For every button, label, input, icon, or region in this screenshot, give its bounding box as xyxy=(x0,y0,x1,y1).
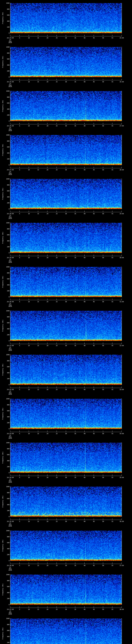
x-tick-label: 10 xyxy=(28,433,30,434)
y-tick-label: 200 xyxy=(3,26,10,28)
y-tick-label: 1000 xyxy=(3,90,10,92)
x-tick-label: 35 xyxy=(74,169,76,170)
y-axis-title: Frequency (Hz) xyxy=(2,628,4,640)
spectrogram-panel: Frequency (Hz) 02004006008001000 5101520… xyxy=(0,440,132,484)
x-tick-label: 30 xyxy=(65,81,67,82)
x-start-time-label: 20:35:00 xyxy=(7,521,14,522)
date-line: 2016 xyxy=(8,174,12,175)
y-tick-label: 0 xyxy=(3,516,10,518)
x-tick-label: 25 xyxy=(56,257,58,258)
x-tick-label: 45 xyxy=(93,609,94,610)
x-tick-label: 10 xyxy=(28,389,30,390)
x-tick-label: 15 xyxy=(37,169,39,170)
y-tick-label: 600 xyxy=(3,498,10,499)
x-tick-label: 50 xyxy=(102,389,104,390)
y-tick-label: 800 xyxy=(3,536,10,538)
x-tick-label: 35 xyxy=(74,301,76,302)
date-line: 2016 xyxy=(8,394,12,395)
x-end-time-label: 35:00 xyxy=(120,477,124,478)
y-axis-title: Frequency (Hz) xyxy=(2,452,4,464)
y-tick-label: 200 xyxy=(3,158,10,160)
x-start-time-label: 20:26:00 xyxy=(7,125,14,126)
x-tick-label: 25 xyxy=(56,609,58,610)
spectrogram-panel: Frequency (Hz) 02004006008001000 5101520… xyxy=(0,176,132,220)
x-date-label: 23Aug2016 xyxy=(8,478,12,483)
x-tick-label: 55 xyxy=(112,37,113,39)
y-tick-label: 600 xyxy=(3,322,10,324)
x-tick-label: 55 xyxy=(112,125,113,126)
y-tick-label: 800 xyxy=(3,404,10,406)
x-tick-label: 5 xyxy=(19,37,20,39)
y-axis-title: Frequency (Hz) xyxy=(2,584,4,596)
spectrogram-panel: Frequency (Hz) 02004006008001000 5101520… xyxy=(0,308,132,352)
date-line: 2016 xyxy=(8,613,12,615)
x-tick-label: 15 xyxy=(37,521,39,522)
y-axis-title: Frequency (Hz) xyxy=(2,12,4,24)
x-tick-label: 5 xyxy=(19,213,20,214)
x-tick-label: 35 xyxy=(74,345,76,346)
x-start-time-label: 20:30:00 xyxy=(7,301,14,302)
x-tick-label: 55 xyxy=(112,477,113,478)
x-tick-label: 50 xyxy=(102,125,104,126)
x-tick-label: 25 xyxy=(56,213,58,214)
y-tick-label: 600 xyxy=(3,586,10,587)
spectrogram-panel: Frequency (Hz) 02004006008001000 5101520… xyxy=(0,352,132,396)
x-date-label: 23Aug2016 xyxy=(8,303,12,307)
x-date-label: 23Aug2016 xyxy=(8,127,12,131)
x-tick-label: 35 xyxy=(74,125,76,126)
y-tick-label: 1000 xyxy=(3,222,10,224)
date-line: 2016 xyxy=(8,130,12,131)
x-tick-label: 10 xyxy=(28,125,30,126)
x-end-time-label: 27:00 xyxy=(120,125,124,126)
x-tick-label: 40 xyxy=(84,125,85,126)
y-tick-label: 0 xyxy=(3,296,10,298)
y-axis-title: Frequency (Hz) xyxy=(2,56,4,68)
y-tick-label: 200 xyxy=(3,642,10,643)
y-tick-label: 800 xyxy=(3,272,10,274)
x-tick-label: 5 xyxy=(19,169,20,170)
y-tick-label: 200 xyxy=(3,290,10,292)
x-tick-label: 30 xyxy=(65,521,67,522)
y-tick-label: 1000 xyxy=(3,530,10,532)
y-tick-label: 200 xyxy=(3,70,10,72)
y-tick-label: 800 xyxy=(3,96,10,98)
y-tick-label: 0 xyxy=(3,32,10,34)
y-tick-label: 600 xyxy=(3,278,10,280)
y-tick-label: 400 xyxy=(3,548,10,550)
y-tick-label: 800 xyxy=(3,624,10,625)
x-tick-label: 55 xyxy=(112,169,113,170)
x-end-time-label: 36:00 xyxy=(120,521,124,522)
x-tick-label: 10 xyxy=(28,301,30,302)
x-tick-label: 50 xyxy=(102,81,104,82)
x-tick-label: 35 xyxy=(74,521,76,522)
x-tick-label: 10 xyxy=(28,257,30,258)
x-start-time-label: 20:32:00 xyxy=(7,389,14,390)
x-tick-label: 10 xyxy=(28,169,30,170)
x-date-label: 23Aug2016 xyxy=(8,83,12,87)
y-tick-label: 400 xyxy=(3,460,10,462)
x-start-time-label: 20:27:00 xyxy=(7,169,14,170)
x-tick-label: 5 xyxy=(19,257,20,258)
y-tick-label: 800 xyxy=(3,140,10,142)
x-tick-label: 40 xyxy=(84,169,85,170)
x-tick-label: 55 xyxy=(112,257,113,258)
x-tick-label: 40 xyxy=(84,257,85,258)
x-tick-label: 50 xyxy=(102,433,104,434)
y-tick-label: 800 xyxy=(3,492,10,494)
x-tick-label: 5 xyxy=(19,433,20,434)
y-tick-label: 200 xyxy=(3,378,10,380)
y-tick-label: 400 xyxy=(3,284,10,286)
x-tick-label: 45 xyxy=(93,389,94,390)
spectrogram-panel: Frequency (Hz) 02004006008001000 5101520… xyxy=(0,132,132,176)
y-axis-title: Frequency (Hz) xyxy=(2,144,4,156)
x-tick-label: 20 xyxy=(46,389,48,390)
x-tick-label: 45 xyxy=(93,169,94,170)
x-date-label: 23Aug2016 xyxy=(8,435,12,439)
y-tick-label: 1000 xyxy=(3,398,10,400)
date-line: 2016 xyxy=(8,570,12,571)
x-start-time-label: 20:31:00 xyxy=(7,345,14,346)
y-tick-label: 1000 xyxy=(3,266,10,268)
spectrogram-panel: Frequency (Hz) 02004006008001000 5101520… xyxy=(0,44,132,88)
x-tick-label: 30 xyxy=(65,389,67,390)
x-tick-label: 55 xyxy=(112,345,113,346)
